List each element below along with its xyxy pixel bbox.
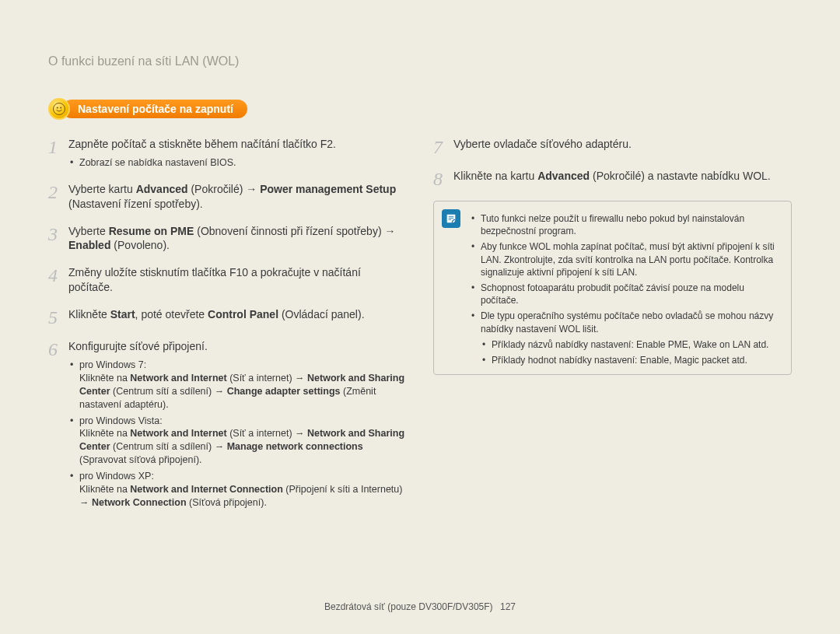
step: 5Klikněte Start, poté otevřete Control P… — [48, 307, 407, 327]
sublist-item: pro Windows Vista:Klikněte na Network an… — [68, 415, 407, 468]
smiley-icon — [48, 98, 70, 120]
left-column: 1Zapněte počítač a stiskněte během načít… — [48, 137, 407, 522]
note-item: Dle typu operačního systému počítače neb… — [470, 310, 782, 366]
note-dash-item: Příklady hodnot nabídky nastavení: Enabl… — [481, 354, 782, 366]
step-number: 5 — [48, 307, 68, 327]
page-number: 127 — [500, 601, 516, 612]
step: 8Klikněte na kartu Advanced (Pokročilé) … — [433, 169, 792, 188]
step-number: 8 — [433, 169, 453, 188]
right-column: 7Vyberte ovladače síťového adaptéru.8Kli… — [433, 137, 792, 522]
step-body: Vyberte kartu Advanced (Pokročilé) → Pow… — [68, 182, 407, 212]
step: 3Vyberte Resume on PME (Obnovení činnost… — [48, 224, 407, 254]
step-body: Vyberte ovladače síťového adaptéru. — [453, 137, 792, 156]
sublist-item: pro Windows 7:Klikněte na Network and In… — [68, 359, 407, 412]
sublist-item: Zobrazí se nabídka nastavení BIOS. — [68, 156, 407, 170]
note-item: Aby funkce WOL mohla zapínat počítač, mu… — [470, 240, 782, 278]
note-item: Tuto funkci nelze použít u firewallu neb… — [470, 212, 782, 237]
step: 6Konfigurujte síťové připojení.pro Windo… — [48, 339, 407, 510]
content-columns: 1Zapněte počítač a stiskněte během načít… — [48, 137, 792, 522]
step-sublist: pro Windows 7:Klikněte na Network and In… — [68, 359, 407, 510]
section-badge-label: Nastavení počítače na zapnutí — [62, 100, 247, 118]
note-icon — [442, 209, 460, 228]
step-body: Změny uložíte stisknutím tlačítka F10 a … — [68, 265, 407, 295]
step-body: Konfigurujte síťové připojení.pro Window… — [68, 339, 407, 510]
step-number: 4 — [48, 265, 68, 295]
sublist-item: pro Windows XP:Klikněte na Network and I… — [68, 470, 407, 510]
step: 1Zapněte počítač a stiskněte během načít… — [48, 137, 407, 170]
step-number: 7 — [433, 137, 453, 156]
step-number: 1 — [48, 137, 68, 170]
step-body: Zapněte počítač a stiskněte během načítá… — [68, 137, 407, 170]
step-number: 2 — [48, 182, 68, 212]
note-dash-item: Příklady názvů nabídky nastavení: Enable… — [481, 338, 782, 351]
step-number: 6 — [48, 339, 68, 510]
footer-text: Bezdrátová síť (pouze DV300F/DV305F) — [324, 601, 493, 612]
note-list: Tuto funkci nelze použít u firewallu neb… — [470, 212, 782, 366]
note-item: Schopnost fotoaparátu probudit počítač z… — [470, 282, 782, 306]
note-box: Tuto funkci nelze použít u firewallu neb… — [433, 201, 792, 375]
step-body: Klikněte Start, poté otevřete Control Pa… — [68, 307, 407, 327]
step-body: Klikněte na kartu Advanced (Pokročilé) a… — [453, 169, 792, 188]
step-sublist: Zobrazí se nabídka nastavení BIOS. — [68, 156, 407, 170]
page-footer: Bezdrátová síť (pouze DV300F/DV305F) 127 — [0, 601, 840, 612]
step: 4Změny uložíte stisknutím tlačítka F10 a… — [48, 265, 407, 295]
step-body: Vyberte Resume on PME (Obnovení činnosti… — [68, 224, 407, 254]
svg-point-0 — [54, 103, 65, 115]
svg-point-2 — [60, 107, 61, 108]
step: 2Vyberte kartu Advanced (Pokročilé) → Po… — [48, 182, 407, 212]
section-badge: Nastavení počítače na zapnutí — [48, 98, 792, 120]
note-dash-list: Příklady názvů nabídky nastavení: Enable… — [481, 338, 782, 366]
svg-point-1 — [57, 107, 58, 108]
page-title: O funkci buzení na síti LAN (WOL) — [48, 54, 792, 68]
step: 7Vyberte ovladače síťového adaptéru. — [433, 137, 792, 156]
step-number: 3 — [48, 224, 68, 254]
